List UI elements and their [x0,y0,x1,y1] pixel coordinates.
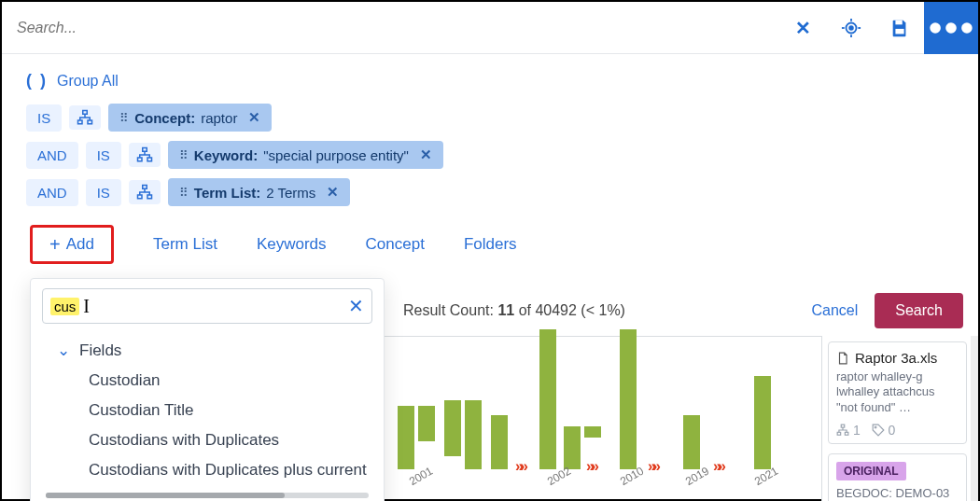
document-title: Raptor 3a.xls [855,350,937,366]
document-snippet: raptor whalley-g lwhalley attachcus "not… [836,369,959,415]
svg-point-9 [945,22,957,34]
tree-button[interactable] [129,143,161,167]
svg-rect-18 [137,195,142,199]
add-label: Add [66,235,94,254]
svg-rect-7 [895,28,903,33]
file-icon [836,352,849,365]
criteria-value: raptor [201,110,237,126]
parentheses-icon: ( ) [26,71,48,90]
grip-icon: ⠿ [119,111,127,125]
svg-point-8 [930,22,941,34]
horizontal-scrollbar[interactable] [46,493,369,498]
svg-rect-20 [841,424,845,427]
crosshair-icon [841,18,861,38]
document-card[interactable]: Raptor 3a.xls raptor whalley-g lwhalley … [828,341,967,444]
field-picker-dropdown: cus I ✕ ⌄ Fields Custodian Custodian Tit… [30,278,385,501]
results-timeline-chart: »» »» »» »» 2001 2002 2010 2019 2021 [385,336,823,501]
cancel-button[interactable]: Cancel [811,302,858,319]
search-input[interactable] [2,20,778,36]
tab-keywords[interactable]: Keywords [257,235,327,254]
save-button[interactable] [875,2,924,54]
document-meta: BEGDOC: DEMO-03 [836,486,959,500]
svg-rect-13 [88,120,92,124]
clear-search-button[interactable]: ✕ [778,2,827,54]
locate-button[interactable] [827,2,875,54]
group-all-button[interactable]: ( ) Group All [26,71,954,90]
field-option[interactable]: Custodians with Duplicates [31,425,384,455]
result-summary-row: Result Count: 11 of 40492 (< 1%) Cancel … [403,293,963,328]
svg-rect-11 [83,111,88,115]
more-menu-button[interactable] [924,2,978,54]
field-section-header[interactable]: ⌄ Fields [31,335,384,366]
save-icon [889,18,910,38]
svg-point-1 [849,26,853,30]
chevron-down-icon: ⌄ [57,341,70,360]
operator-and[interactable]: AND [26,179,78,206]
svg-rect-22 [845,432,848,435]
grip-icon: ⠿ [179,186,187,200]
clear-field-search[interactable]: ✕ [348,295,364,317]
tree-icon [77,109,93,126]
remove-chip-button[interactable]: ✕ [327,184,339,201]
group-all-label: Group All [57,73,119,90]
tree-icon [136,146,153,163]
field-option[interactable]: Custodian [31,366,384,396]
tree-button[interactable] [129,180,161,204]
search-button[interactable]: Search [875,293,963,328]
criteria-tabs: + Add Term List Keywords Concept Folders [26,216,954,285]
criteria-chip-termlist[interactable]: ⠿ Term List: 2 Terms ✕ [168,178,350,206]
criteria-row: AND IS ⠿ Term List: 2 Terms ✕ [26,178,954,206]
criteria-value: "special purpose entity" [263,147,409,163]
svg-rect-21 [837,432,841,435]
remove-chip-button[interactable]: ✕ [248,109,260,126]
field-option[interactable]: Custodians with Duplicates plus current [31,455,384,485]
tab-folders[interactable]: Folders [464,235,517,254]
field-search-input[interactable]: cus I ✕ [42,288,372,324]
svg-rect-15 [137,158,142,161]
field-search-value: cus [50,298,79,315]
add-criteria-button[interactable]: + Add [30,225,114,264]
operator-is[interactable]: IS [86,179,121,206]
query-builder: ( ) Group All IS ⠿ Concept: raptor ✕ AND… [2,54,978,292]
field-option[interactable]: Custodian Title [31,396,384,425]
top-bar: ✕ [2,2,978,54]
svg-rect-6 [895,20,902,24]
operator-and[interactable]: AND [26,142,78,169]
document-list-panel: Raptor 3a.xls raptor whalley-g lwhalley … [821,336,978,501]
remove-chip-button[interactable]: ✕ [420,146,432,163]
criteria-label: Keyword: [194,147,258,163]
svg-rect-14 [143,148,147,152]
svg-rect-12 [78,120,83,124]
svg-rect-16 [147,158,152,161]
svg-point-10 [961,22,973,34]
criteria-chip-concept[interactable]: ⠿ Concept: raptor ✕ [108,104,272,132]
criteria-label: Concept: [134,110,195,126]
svg-point-23 [875,426,876,428]
tree-icon [136,184,153,201]
result-count-text: Result Count: 11 of 40492 (< 1%) [403,302,625,319]
svg-rect-19 [147,195,152,199]
vertical-scrollbar[interactable] [971,336,978,501]
chart-area: »» »» »» »» 2001 2002 2010 2019 2021 [385,337,823,486]
tab-term-list[interactable]: Term List [153,235,217,254]
topbar-actions: ✕ [778,2,978,54]
plus-icon: + [49,235,61,254]
close-icon: ✕ [795,17,811,39]
original-badge: ORIGINAL [836,462,906,480]
tree-button[interactable] [69,105,101,130]
document-card[interactable]: ORIGINAL BEGDOC: DEMO-03 Raptor 3a.xls [828,453,967,501]
tab-concept[interactable]: Concept [366,235,425,254]
tag-icon [872,424,885,437]
field-section-label: Fields [79,341,121,360]
criteria-row: AND IS ⠿ Keyword: "special purpose entit… [26,141,954,169]
operator-is[interactable]: IS [26,104,62,132]
criteria-chip-keyword[interactable]: ⠿ Keyword: "special purpose entity" ✕ [168,141,443,169]
grip-icon: ⠿ [179,148,187,162]
criteria-row: IS ⠿ Concept: raptor ✕ [26,104,954,132]
tree-icon [836,424,849,437]
operator-is[interactable]: IS [86,142,121,169]
document-badges: 1 0 [836,423,959,438]
criteria-value: 2 Terms [266,185,315,201]
criteria-label: Term List: [194,185,260,201]
chart-x-axis: 2001 2002 2010 2019 2021 [385,469,823,486]
